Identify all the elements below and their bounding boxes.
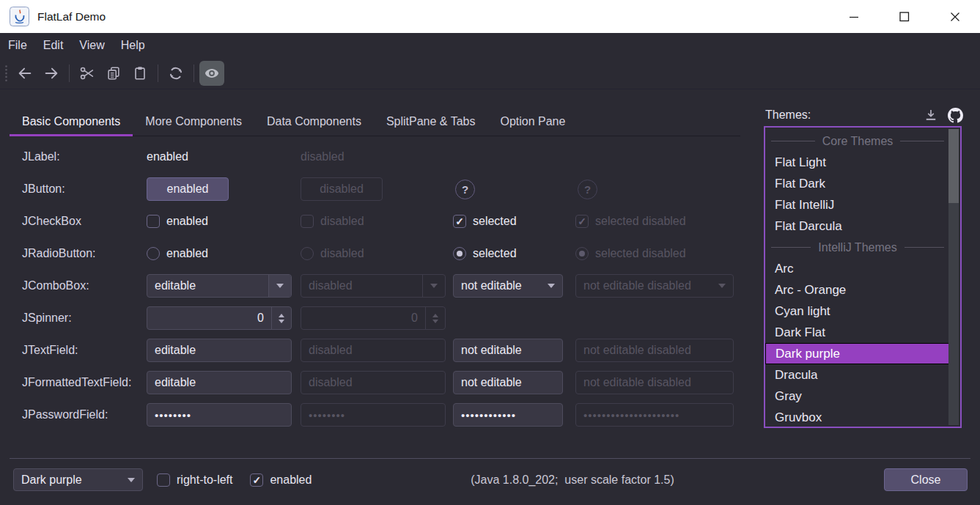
radio-dot-icon	[579, 251, 585, 257]
show-details-toggle[interactable]	[199, 61, 224, 86]
chevron-down-icon	[276, 284, 284, 288]
spinner-enabled[interactable]: 0	[147, 306, 292, 330]
checkbox-enabled[interactable]	[147, 215, 160, 228]
theme-item-arc-orange[interactable]: Arc - Orange	[765, 279, 950, 301]
chevron-down-icon	[718, 284, 726, 288]
jlabel-enabled: enabled	[147, 150, 188, 163]
minimize-button[interactable]	[828, 0, 879, 33]
bottom-separator	[10, 458, 970, 459]
paste-button[interactable]	[128, 61, 152, 86]
download-theme-button[interactable]	[924, 108, 938, 122]
theme-item-flat-darcula[interactable]: Flat Darcula	[765, 215, 950, 237]
refresh-button[interactable]	[163, 61, 188, 86]
spinner-value: 0	[147, 312, 271, 325]
password-field-disabled: ••••••••	[301, 403, 446, 427]
download-icon	[924, 108, 938, 122]
themes-list: Core Themes Flat Light Flat Dark Flat In…	[764, 126, 962, 428]
theme-item-flat-dark[interactable]: Flat Dark	[765, 173, 950, 194]
tab-more-components[interactable]: More Components	[133, 107, 254, 136]
github-link-button[interactable]	[948, 108, 963, 123]
formatted-textfield-editable[interactable]: editable	[147, 371, 292, 394]
tab-data-components[interactable]: Data Components	[254, 107, 374, 136]
forward-button[interactable]	[39, 61, 64, 86]
forward-arrow-icon	[43, 65, 59, 81]
lookandfeel-combobox[interactable]: Dark purple	[13, 468, 143, 491]
combobox-value: editable	[147, 279, 268, 292]
close-window-button[interactable]	[929, 0, 980, 33]
minimize-icon	[849, 12, 859, 22]
combobox-editable[interactable]: editable	[147, 274, 292, 298]
theme-item-gray[interactable]: Gray	[765, 386, 950, 407]
tab-splitpane-tabs[interactable]: SplitPane & Tabs	[374, 107, 488, 136]
formatted-textfield-disabled: disabled	[301, 371, 446, 394]
maximize-button[interactable]	[879, 0, 929, 33]
toolbar-separator	[69, 64, 70, 82]
password-field-not-editable[interactable]: ••••••••••••	[453, 403, 563, 427]
theme-item-flat-light[interactable]: Flat Light	[765, 152, 950, 173]
theme-item-cyan-light[interactable]: Cyan light	[765, 301, 950, 322]
jcheckbox-row-label: JCheckBox	[22, 215, 147, 228]
textfield-editable[interactable]: editable	[147, 339, 292, 362]
theme-item-gruvbox[interactable]: Gruvbox	[765, 407, 950, 428]
toolbar-separator	[158, 64, 158, 82]
password-field-editable[interactable]: ••••••••	[147, 403, 292, 427]
tab-basic-components[interactable]: Basic Components	[10, 107, 133, 136]
enabled-checkbox[interactable]	[250, 473, 263, 487]
formatted-textfield-not-editable-disabled: not editable disabled	[575, 371, 734, 394]
menu-view[interactable]: View	[71, 33, 112, 57]
spinner-buttons[interactable]	[271, 307, 291, 329]
tab-option-pane[interactable]: Option Pane	[487, 107, 578, 136]
cut-button[interactable]	[75, 61, 100, 86]
theme-item-dark-flat[interactable]: Dark Flat	[765, 322, 950, 343]
jtextfield-row: JTextField: editable disabled not editab…	[0, 334, 740, 366]
checkbox-selected[interactable]	[453, 215, 466, 228]
back-arrow-icon	[17, 65, 33, 81]
help-button[interactable]: ?	[455, 180, 475, 199]
radio-selected-label: selected	[473, 247, 517, 260]
toolbar-grip[interactable]	[4, 64, 8, 82]
maximize-icon	[899, 12, 910, 22]
textfield-disabled: disabled	[301, 339, 446, 362]
checkbox-selected-disabled-label: selected disabled	[595, 215, 686, 228]
menubar: File Edit View Help	[0, 33, 980, 57]
enabled-button[interactable]: enabled	[147, 177, 229, 201]
jspinner-row: JSpinner: 0 0	[0, 302, 740, 334]
combobox-not-editable-disabled: not editable disabled	[575, 274, 734, 298]
combobox-not-editable[interactable]: not editable	[453, 274, 563, 298]
toolbar-separator	[194, 64, 194, 82]
radio-selected[interactable]	[453, 247, 466, 260]
bottom-options: right-to-left enabled	[157, 468, 312, 491]
lookandfeel-value: Dark purple	[14, 473, 120, 487]
titlebar: FlatLaf Demo	[0, 0, 980, 33]
app-window: FlatLaf Demo File Edit View Help	[0, 0, 980, 505]
menu-file[interactable]: File	[0, 33, 35, 57]
jspinner-row-label: JSpinner:	[22, 312, 147, 325]
themes-scrollbar[interactable]	[948, 129, 959, 425]
jpasswordfield-row: JPasswordField: •••••••• •••••••• ••••••…	[0, 399, 740, 431]
copy-button[interactable]	[101, 61, 126, 86]
theme-item-flat-intellij[interactable]: Flat IntelliJ	[765, 194, 950, 215]
right-to-left-checkbox[interactable]	[157, 473, 170, 487]
theme-item-arc[interactable]: Arc	[765, 258, 950, 279]
textfield-not-editable[interactable]: not editable	[453, 339, 563, 362]
checkbox-selected-label: selected	[473, 215, 517, 228]
copy-icon	[106, 65, 122, 81]
theme-item-dark-purple[interactable]: Dark purple	[765, 343, 950, 364]
jbutton-row-label: JButton:	[22, 183, 147, 196]
radio-enabled[interactable]	[147, 247, 160, 260]
tabbar: Basic Components More Components Data Co…	[10, 107, 740, 136]
back-button[interactable]	[12, 61, 37, 86]
theme-item-dracula[interactable]: Dracula	[765, 364, 950, 386]
jcheckbox-row: JCheckBox enabled disabled selected sele…	[0, 205, 740, 237]
jlabel-disabled: disabled	[301, 150, 345, 163]
scissors-icon	[79, 65, 95, 81]
jlabel-row-label: JLabel:	[22, 150, 147, 163]
menu-help[interactable]: Help	[113, 33, 153, 57]
jradiobutton-row-label: JRadioButton:	[22, 247, 147, 260]
menu-edit[interactable]: Edit	[35, 33, 72, 57]
close-icon	[950, 12, 960, 22]
formatted-textfield-not-editable[interactable]: not editable	[453, 371, 563, 394]
close-button[interactable]: Close	[884, 468, 968, 491]
radio-disabled	[301, 247, 314, 260]
scrollbar-thumb[interactable]	[948, 129, 959, 203]
